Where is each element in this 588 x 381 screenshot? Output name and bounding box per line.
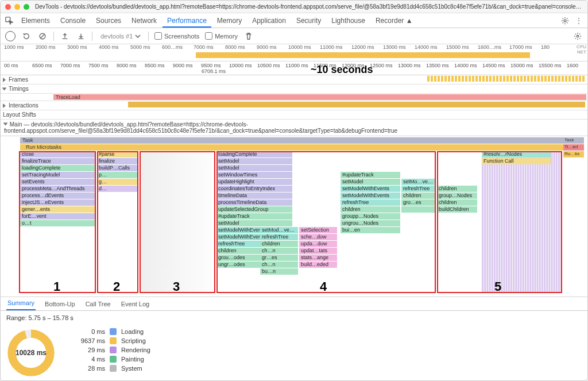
flame-frame[interactable]: stats…ange	[299, 255, 337, 261]
flame-frame[interactable]: ungrou…Nodes	[341, 220, 400, 226]
flame-frame[interactable]: g…	[97, 179, 137, 185]
flame-frame[interactable]: setModelWithEvents	[341, 193, 400, 199]
tab-elements[interactable]: Elements	[17, 14, 55, 28]
flame-frame[interactable]: children	[401, 193, 436, 199]
flame-frame[interactable]: children	[260, 241, 298, 247]
flame-frame[interactable]: buildP…Calls	[97, 165, 137, 171]
reload-button[interactable]	[21, 31, 32, 41]
flame-frame[interactable]: setMod…vents	[260, 227, 298, 233]
close-icon[interactable]	[5, 4, 11, 10]
trash-icon[interactable]	[243, 31, 254, 41]
flame-frame[interactable]: close	[20, 151, 95, 157]
flame-frame[interactable]: groupp…Nodes	[341, 213, 400, 220]
tab-lighthouse[interactable]: Lighthouse	[327, 14, 370, 28]
main-thread-header[interactable]: Main — devtools://devtools/bundled/devto…	[1, 120, 587, 136]
flame-frame[interactable]: build…eded	[299, 261, 337, 268]
flame-frame[interactable]: children	[341, 206, 400, 213]
tab-performance[interactable]: Performance	[163, 14, 211, 28]
tab-network[interactable]: Network	[127, 14, 161, 28]
flame-frame[interactable]: bu…n	[260, 268, 298, 275]
flame-frame[interactable]: refreshTree	[260, 234, 298, 240]
flame-frame[interactable]: Function Call	[482, 158, 551, 164]
flame-frame[interactable]	[401, 206, 436, 213]
tab-call-tree[interactable]: Call Tree	[84, 298, 112, 310]
tab-memory[interactable]: Memory	[212, 14, 246, 28]
flame-frame[interactable]: processMeta…AndThreads	[20, 186, 95, 192]
flame-frame[interactable]: coordinatesToEntryIndex	[216, 186, 292, 192]
flame-frame[interactable]: processTimelineData	[216, 199, 292, 206]
flame-frame[interactable]: #updateTrack	[341, 172, 400, 178]
screenshots-toggle[interactable]: Screenshots	[154, 32, 199, 40]
tab-event-log[interactable]: Event Log	[120, 298, 151, 310]
save-button[interactable]	[76, 31, 86, 41]
flame-frame[interactable]: updateHighlight	[216, 179, 292, 185]
profile-select[interactable]: devtools #1	[98, 32, 142, 40]
flame-frame[interactable]: #parse	[97, 151, 137, 157]
flame-frame[interactable]: loadingComplete	[20, 165, 95, 171]
gear-icon[interactable]	[572, 31, 583, 41]
flame-frame[interactable]: process…dEvents	[20, 193, 95, 199]
interaction-bar[interactable]	[128, 102, 585, 107]
flame-frame[interactable]: group…Nodes	[437, 193, 477, 199]
flame-frame[interactable]: loadingComplete	[216, 151, 292, 157]
more-icon[interactable]: ⋮	[572, 14, 585, 27]
flame-frame[interactable]: refreshTree	[401, 186, 436, 192]
tab-application[interactable]: Application	[247, 14, 291, 28]
tab-bottom-up[interactable]: Bottom-Up	[44, 298, 76, 310]
memory-toggle[interactable]: Memory	[205, 32, 238, 40]
flame-frame[interactable]: gener…ents	[20, 206, 95, 213]
flame-frame[interactable]: #resolv…rNodes	[482, 151, 551, 157]
flame-frame[interactable]: setWindowTimes	[216, 172, 292, 178]
flame-frame[interactable]: setSelection	[299, 227, 337, 233]
flame-frame[interactable]: gro…es	[401, 199, 436, 206]
load-button[interactable]	[60, 31, 70, 41]
flame-frame[interactable]: finalize	[97, 158, 137, 164]
flame-frame[interactable]: bui…en	[341, 227, 400, 233]
flame-frame[interactable]: buildChildren	[437, 206, 477, 213]
flame-frame[interactable]: setModel	[216, 165, 292, 171]
clear-button[interactable]	[37, 31, 48, 41]
flame-frame[interactable]: d…	[97, 186, 137, 192]
tab-security[interactable]: Security	[292, 14, 326, 28]
settings-icon[interactable]	[559, 14, 571, 27]
flame-frame[interactable]: timelineData	[216, 193, 292, 199]
flame-frame[interactable]: gr…es	[260, 255, 298, 261]
flame-frame[interactable]: injectJS…eEvents	[20, 199, 95, 206]
minimize-icon[interactable]	[14, 4, 20, 10]
tab-console[interactable]: Console	[56, 14, 90, 28]
flame-frame[interactable]: #updateTrack	[216, 213, 292, 220]
flame-frame[interactable]: setModel	[216, 220, 292, 226]
tab-recorder[interactable]: Recorder ▲	[371, 14, 417, 28]
flame-frame[interactable]: updat…tats	[299, 248, 337, 254]
flame-frame[interactable]: updateSelectedGroup	[216, 206, 292, 213]
tab-summary[interactable]: Summary	[6, 297, 36, 310]
flame-frame[interactable]: setTracingModel	[20, 172, 95, 178]
flame-frame[interactable]: children	[437, 199, 477, 206]
record-button[interactable]	[5, 31, 16, 41]
flame-microtasks[interactable]: Run Microtasks	[20, 144, 584, 151]
flame-frame[interactable]: refreshTree	[341, 199, 400, 206]
inspect-icon[interactable]	[3, 14, 16, 27]
flame-frame[interactable]: setModelWithEvents	[341, 186, 400, 192]
flame-frame[interactable]: setModel	[216, 158, 292, 164]
tab-sources[interactable]: Sources	[91, 14, 126, 28]
flame-chart[interactable]: Task Run Microtasks Task Ti…ed Ru…ks clo…	[1, 136, 587, 297]
flame-frame[interactable]: forE…vent	[20, 213, 95, 220]
maximize-icon[interactable]	[24, 4, 29, 10]
flame-frame[interactable]: children	[437, 186, 477, 192]
flame-task-right[interactable]: Task	[563, 137, 584, 144]
overview-timeline[interactable]: 1000 ms2000 ms3000 ms4000 ms5000 ms600…m…	[1, 44, 587, 61]
flame-frame[interactable]: setMo…vents	[401, 179, 436, 185]
flame-frame[interactable]: o…t	[20, 220, 95, 226]
window-controls[interactable]	[5, 4, 29, 10]
flame-frame[interactable]: sche…dow	[299, 234, 337, 240]
flame-ruks-right[interactable]: Ru…ks	[563, 151, 584, 157]
flame-frame[interactable]: ch…n	[260, 261, 298, 268]
flame-frame[interactable]: ch…n	[260, 248, 298, 254]
flame-frame[interactable]: finalizeTrace	[20, 158, 95, 164]
flame-tied-right[interactable]: Ti…ed	[563, 144, 584, 151]
flame-frame[interactable]: p…	[97, 172, 137, 178]
flame-frame[interactable]: setEvents	[20, 179, 95, 185]
flame-task[interactable]: Task	[20, 137, 584, 144]
flame-frame[interactable]: upda…dow	[299, 241, 337, 247]
